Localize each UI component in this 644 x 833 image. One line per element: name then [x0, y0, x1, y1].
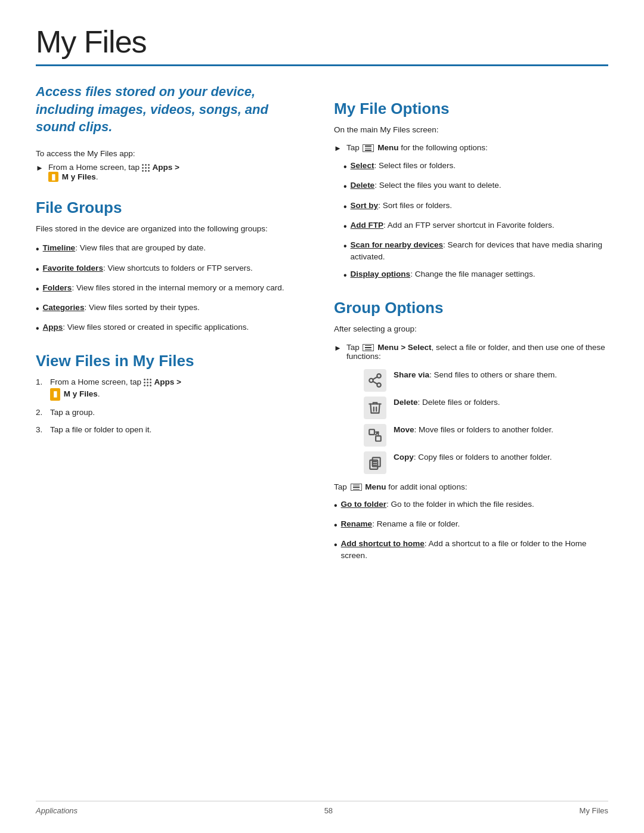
delete-icon: [364, 397, 386, 419]
list-item: Folders: View files stored in the intern…: [36, 282, 310, 296]
right-column: My File Options On the main My Files scr…: [334, 83, 608, 567]
access-label: To access the My Files app:: [36, 149, 310, 158]
arrow-icon-3: ►: [334, 343, 342, 352]
group-tap-menu-instruction: ► Tap Menu > Select, select a file or fo…: [334, 343, 608, 361]
list-item: Add FTP: Add an FTP server shortcut in F…: [343, 219, 608, 233]
my-files-icon-2: ▮: [50, 388, 60, 401]
view-files-list: From a Home screen, tap Apps > ▮ M y Fil…: [36, 376, 310, 436]
file-groups-intro: Files stored in the device are organized…: [36, 223, 310, 235]
footer: Applications 58 My Files: [36, 801, 608, 815]
my-files-icon: ▮: [48, 172, 58, 182]
list-item: Select: Select files or folders.: [343, 160, 608, 174]
tap-menu-instruction: ► Tap Menu for the following options:: [334, 143, 608, 153]
title-divider: [36, 64, 608, 66]
move-icon-svg: [367, 428, 383, 443]
menu-icon: [363, 144, 374, 152]
access-step: ► From a Home screen, tap Apps > ▮ M y F…: [36, 163, 310, 182]
move-row: Move: Move files or folders to another f…: [364, 424, 608, 447]
list-item: Sort by: Sort files or folders.: [343, 200, 608, 213]
group-options-intro: After selecting a group:: [334, 323, 608, 335]
footer-right: My Files: [580, 806, 608, 815]
list-item: Scan for nearby devices: Search for devi…: [343, 239, 608, 262]
arrow-icon-2: ►: [334, 144, 342, 153]
my-file-options-intro: On the main My Files screen:: [334, 124, 608, 136]
arrow-icon: ►: [36, 163, 44, 172]
menu-lines-icon: [365, 145, 371, 151]
my-file-options-list: Select: Select files or folders. Delete:…: [334, 160, 608, 282]
tap-menu-text: Tap Menu for the following options:: [346, 143, 488, 152]
list-item: Display options: Change the file manager…: [343, 268, 608, 282]
icon-functions: Share via: Send files to others or share…: [334, 369, 608, 474]
menu-icon-3: [351, 484, 362, 491]
share-via-text: Share via: Send files to others or share…: [394, 369, 557, 381]
numbered-list-item: Tap a group.: [36, 407, 310, 419]
copy-icon: [364, 451, 386, 474]
copy-text: Copy: Copy files or folders to another f…: [394, 451, 552, 463]
move-text: Move: Move files or folders to another f…: [394, 424, 553, 436]
list-item: Go to folder: Go to the folder in which …: [334, 498, 608, 512]
access-step-text: From a Home screen, tap Apps > ▮ M y Fil…: [48, 163, 179, 182]
group-options-title: Group Options: [334, 299, 608, 317]
copy-row: Copy: Copy files or folders to another f…: [364, 451, 608, 474]
menu-lines-icon-2: [365, 345, 371, 351]
additional-options-list: Go to folder: Go to the folder in which …: [334, 498, 608, 562]
svg-rect-5: [369, 429, 374, 435]
list-item: Categories: View files sorted by their t…: [36, 302, 310, 315]
menu-icon-2: [363, 344, 374, 352]
additional-menu-instruction: Tap Menu for addit ional options:: [334, 482, 608, 491]
apps-grid-icon-2: [144, 379, 151, 386]
share-via-icon: [364, 369, 386, 392]
svg-rect-6: [376, 436, 381, 441]
footer-page-number: 58: [324, 806, 333, 815]
list-item: Rename: Rename a file or folder.: [334, 518, 608, 532]
list-item: Favorite folders: View shortcuts to fold…: [36, 262, 310, 276]
move-icon: [364, 424, 386, 447]
view-files-title: View Files in My Files: [36, 352, 310, 370]
numbered-list-item: From a Home screen, tap Apps > ▮ M y Fil…: [36, 376, 310, 400]
delete-text: Delete: Delete files or folders.: [394, 397, 500, 408]
svg-line-4: [373, 377, 377, 379]
svg-line-3: [373, 381, 377, 383]
file-groups-title: File Groups: [36, 199, 310, 217]
numbered-list-item: Tap a file or folder to open it.: [36, 424, 310, 436]
my-file-options-title: My File Options: [334, 100, 608, 118]
file-groups-list: Timeline: View files that are grouped by…: [36, 242, 310, 335]
additional-menu-text: Tap Menu for addit ional options:: [334, 482, 467, 491]
list-item: Add shortcut to home: Add a shortcut to …: [334, 538, 608, 561]
list-item: Apps: View files stored or created in sp…: [36, 321, 310, 335]
copy-icon-svg: [367, 455, 383, 470]
page-title: My Files: [36, 24, 608, 60]
intro-text: Access files stored on your device, incl…: [36, 83, 310, 136]
menu-lines-icon-3: [353, 485, 360, 490]
delete-row: Delete: Delete files or folders.: [364, 397, 608, 419]
list-item: Delete: Select the files you want to del…: [343, 179, 608, 193]
left-column: Access files stored on your device, incl…: [36, 83, 310, 567]
list-item: Timeline: View files that are grouped by…: [36, 242, 310, 256]
group-tap-menu-text: Tap Menu > Select, select a file or fold…: [346, 343, 608, 361]
footer-left: Applications: [36, 806, 78, 815]
trash-icon-svg: [367, 400, 383, 416]
apps-grid-icon: [142, 164, 150, 172]
share-via-row: Share via: Send files to others or share…: [364, 369, 608, 392]
share-icon-svg: [367, 373, 383, 388]
